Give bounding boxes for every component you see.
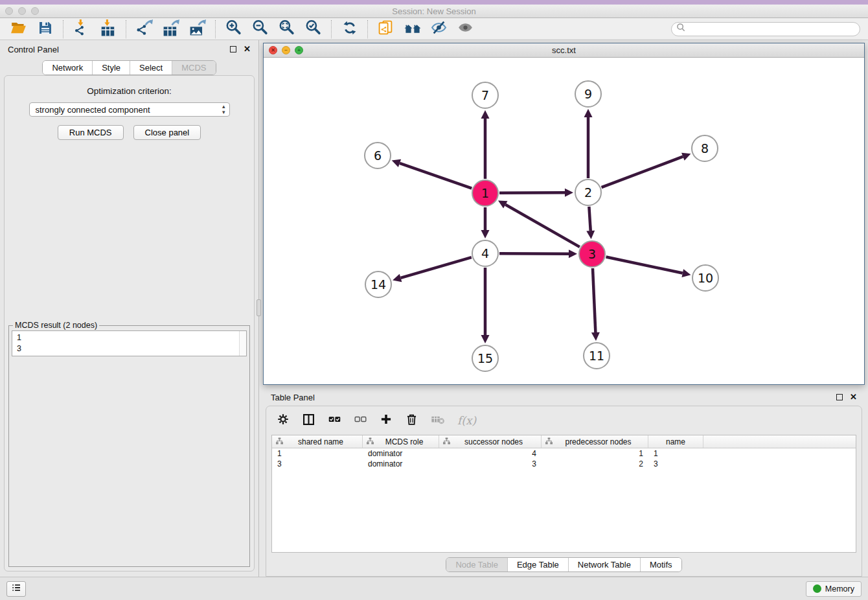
- edge-layer[interactable]: [264, 58, 864, 384]
- status-bar: Memory: [0, 577, 868, 600]
- first-neighbors-button[interactable]: [399, 19, 426, 39]
- window-minimize-button[interactable]: −: [282, 46, 290, 54]
- graph-node-11[interactable]: 11: [583, 342, 610, 369]
- column-header-MCDS-role[interactable]: MCDS role: [363, 435, 439, 448]
- open-session-button[interactable]: [5, 19, 32, 39]
- graph-node-4[interactable]: 4: [472, 240, 499, 267]
- search-icon: [676, 23, 686, 35]
- graph-node-2[interactable]: 2: [575, 179, 602, 206]
- delete-table-button[interactable]: [431, 412, 445, 429]
- delete-row-icon: [405, 413, 418, 429]
- graph-node-10[interactable]: 10: [692, 264, 719, 292]
- node-table-header[interactable]: shared nameMCDS rolesuccessor nodesprede…: [272, 435, 856, 448]
- result-scrollbar[interactable]: [239, 331, 246, 356]
- save-session-button[interactable]: [32, 19, 58, 39]
- search-input[interactable]: [689, 25, 854, 34]
- table-row[interactable]: 1dominator411: [272, 448, 856, 459]
- export-image-button[interactable]: [184, 19, 211, 39]
- edge-1-6[interactable]: [400, 163, 472, 189]
- edge-3-1[interactable]: [505, 205, 580, 247]
- columns-button[interactable]: [302, 413, 315, 429]
- first-neighbors-icon: [404, 19, 421, 39]
- refresh-button[interactable]: [336, 19, 363, 39]
- window-zoom-button[interactable]: +: [295, 46, 303, 54]
- deselect-all-button[interactable]: [354, 413, 367, 429]
- macos-window-controls[interactable]: [5, 7, 39, 15]
- graph-node-15[interactable]: 15: [472, 345, 499, 372]
- import-network-button[interactable]: [68, 19, 95, 39]
- close-panel-button[interactable]: Close panel: [133, 125, 201, 140]
- hide-selected-button[interactable]: [426, 19, 452, 39]
- node-table[interactable]: shared nameMCDS rolesuccessor nodesprede…: [271, 435, 856, 553]
- criterion-dropdown[interactable]: strongly connected component ▴▾: [29, 102, 230, 117]
- memory-button[interactable]: Memory: [806, 581, 862, 597]
- zoom-fit-button[interactable]: [273, 19, 300, 39]
- import-table-button[interactable]: [95, 19, 121, 39]
- function-builder-button[interactable]: f(x): [457, 414, 476, 427]
- macos-minimize-button[interactable]: [18, 7, 26, 15]
- macos-close-button[interactable]: [5, 7, 13, 15]
- column-header-shared-name[interactable]: shared name: [272, 435, 363, 448]
- tree-sort-icon: [276, 437, 283, 446]
- graph-node-3[interactable]: 3: [578, 240, 606, 268]
- clone-network-button[interactable]: [372, 19, 399, 39]
- tab-motifs[interactable]: Motifs: [640, 558, 681, 571]
- delete-row-button[interactable]: [405, 413, 418, 429]
- float-panel-icon[interactable]: [230, 46, 236, 52]
- panel-splitter-handle[interactable]: [257, 299, 261, 316]
- export-table-button[interactable]: [157, 19, 184, 39]
- memory-status-icon: [813, 584, 821, 593]
- edge-3-11[interactable]: [593, 268, 595, 332]
- tab-select[interactable]: Select: [130, 61, 172, 75]
- graph-node-14[interactable]: 14: [365, 271, 392, 298]
- graph-node-9[interactable]: 9: [575, 80, 602, 108]
- add-row-button[interactable]: [380, 413, 393, 428]
- delete-table-icon: [431, 412, 445, 429]
- table-row[interactable]: 3dominator323: [272, 459, 856, 469]
- macos-zoom-button[interactable]: [31, 7, 39, 15]
- edge-4-14[interactable]: [401, 257, 472, 278]
- tab-network-table[interactable]: Network Table: [568, 558, 640, 571]
- graph-node-1[interactable]: 1: [472, 179, 499, 207]
- table-toolbar: f(x): [266, 406, 862, 435]
- float-table-panel-icon[interactable]: [836, 394, 843, 400]
- graph-node-6[interactable]: 6: [364, 142, 391, 169]
- column-header-name[interactable]: name: [648, 435, 703, 448]
- search-box[interactable]: [671, 22, 860, 36]
- edge-1-2[interactable]: [499, 192, 565, 193]
- select-all-icon: [328, 413, 341, 429]
- export-network-icon: [136, 19, 153, 39]
- tab-network[interactable]: Network: [43, 61, 92, 75]
- network-window-titlebar[interactable]: ✕−+ scc.txt: [264, 43, 864, 58]
- network-window-lights[interactable]: ✕−+: [269, 46, 303, 54]
- column-header-predecessor-nodes[interactable]: predecessor nodes: [542, 435, 648, 448]
- show-all-button[interactable]: [452, 19, 479, 39]
- zoom-out-button[interactable]: [247, 19, 273, 39]
- close-panel-icon[interactable]: ✕: [244, 46, 251, 52]
- table-cell: 2: [542, 459, 648, 468]
- zoom-selected-button[interactable]: [300, 19, 326, 39]
- edge-2-3[interactable]: [589, 207, 590, 231]
- table-cell: dominator: [363, 459, 439, 468]
- edge-3-10[interactable]: [606, 257, 683, 273]
- tab-style[interactable]: Style: [92, 61, 130, 75]
- edge-2-8[interactable]: [602, 157, 683, 188]
- log-console-button[interactable]: [6, 581, 26, 597]
- tab-mcds[interactable]: MCDS: [172, 61, 215, 75]
- close-table-panel-icon[interactable]: ✕: [850, 394, 857, 400]
- deselect-all-icon: [354, 413, 367, 429]
- graph-node-8[interactable]: 8: [691, 135, 718, 162]
- network-canvas[interactable]: 7968124314101511: [264, 58, 864, 384]
- graph-node-7[interactable]: 7: [472, 82, 499, 109]
- window-close-button[interactable]: ✕: [269, 46, 277, 54]
- column-header-successor-nodes[interactable]: successor nodes: [439, 435, 542, 448]
- edge-4-3[interactable]: [499, 253, 569, 254]
- zoom-in-button[interactable]: [220, 19, 247, 39]
- tab-edge-table[interactable]: Edge Table: [507, 558, 568, 571]
- select-all-button[interactable]: [328, 413, 341, 429]
- run-mcds-button[interactable]: Run MCDS: [58, 125, 124, 140]
- node-table-body[interactable]: 1dominator4113dominator323: [272, 448, 856, 469]
- settings-button[interactable]: [277, 413, 290, 428]
- export-network-button[interactable]: [131, 19, 157, 39]
- tab-node-table[interactable]: Node Table: [446, 558, 507, 571]
